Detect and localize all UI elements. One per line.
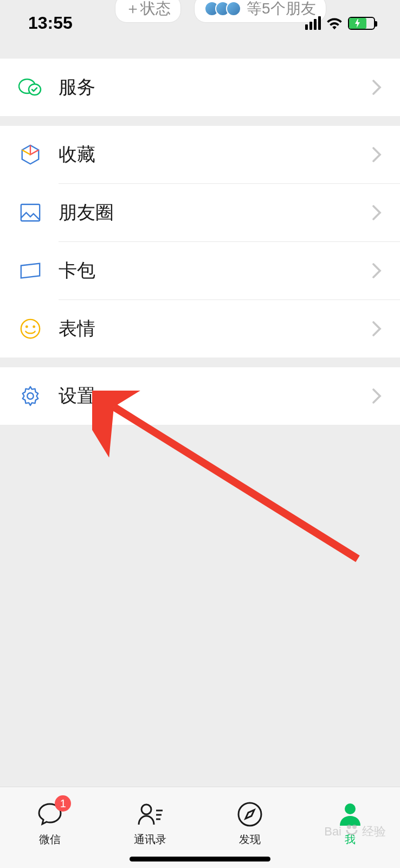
svg-point-6 — [27, 393, 33, 399]
chats-badge: 1 — [55, 795, 71, 812]
menu-label: 表情 — [59, 316, 372, 341]
chevron-right-icon — [372, 321, 382, 337]
cards-icon — [18, 259, 42, 283]
tab-chats[interactable]: 1 微信 — [0, 787, 100, 852]
svg-point-13 — [345, 803, 356, 814]
chevron-right-icon — [372, 79, 382, 95]
svg-point-14 — [347, 825, 351, 829]
menu-item-stickers[interactable]: 表情 — [0, 300, 400, 358]
moments-icon — [18, 201, 42, 225]
tab-contacts[interactable]: 通讯录 — [100, 787, 201, 852]
wifi-icon — [326, 17, 343, 30]
menu-item-cards[interactable]: 卡包 — [0, 242, 400, 299]
svg-point-8 — [141, 805, 151, 814]
tab-discover[interactable]: 发现 — [200, 787, 300, 852]
menu-label: 服务 — [59, 75, 372, 100]
chevron-right-icon — [372, 146, 382, 163]
svg-point-4 — [25, 326, 28, 328]
battery-icon — [348, 17, 375, 30]
tab-label: 通讯录 — [134, 832, 166, 847]
status-bar: 13:55 — [0, 13, 400, 33]
chevron-right-icon — [372, 388, 382, 404]
cellular-signal-icon — [305, 16, 321, 30]
menu-label: 卡包 — [59, 258, 372, 283]
watermark: Bai 经验 — [324, 821, 386, 840]
tab-label: 微信 — [39, 832, 61, 847]
menu-label: 收藏 — [59, 142, 372, 167]
menu-item-moments[interactable]: 朋友圈 — [0, 184, 400, 241]
svg-point-3 — [21, 320, 40, 338]
chevron-right-icon — [372, 263, 382, 279]
home-indicator[interactable] — [130, 857, 270, 861]
settings-icon — [18, 384, 42, 408]
profile-header: ＋状态 等5个朋友 13:55 — [0, 0, 400, 49]
menu-label: 朋友圈 — [59, 200, 372, 225]
status-time: 13:55 — [28, 13, 73, 33]
svg-point-5 — [33, 326, 35, 328]
stickers-icon — [18, 317, 42, 341]
chevron-right-icon — [372, 205, 382, 221]
menu-item-favorites[interactable]: 收藏 — [0, 126, 400, 183]
menu-label: 设置 — [59, 384, 372, 409]
menu-item-services[interactable]: 服务 — [0, 59, 400, 116]
svg-point-12 — [238, 803, 261, 826]
tab-label: 发现 — [239, 832, 261, 847]
svg-line-7 — [114, 407, 358, 559]
svg-point-15 — [352, 825, 357, 829]
tab-me[interactable]: 我 — [300, 787, 401, 852]
services-icon — [18, 75, 42, 99]
svg-rect-2 — [21, 205, 40, 221]
favorites-icon — [18, 143, 42, 167]
menu-item-settings[interactable]: 设置 — [0, 367, 400, 425]
